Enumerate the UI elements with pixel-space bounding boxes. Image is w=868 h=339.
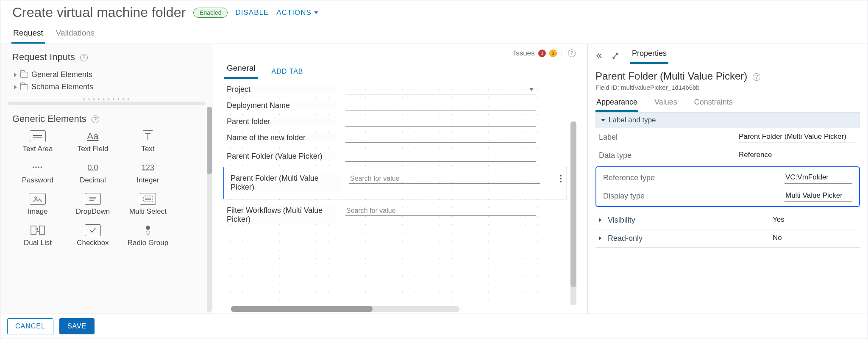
help-icon[interactable]: ? xyxy=(753,73,760,81)
palette-radio-group[interactable]: Radio Group xyxy=(122,224,173,247)
prop-value-input[interactable]: Multi Value Picker xyxy=(785,190,852,202)
integer-icon: 123 xyxy=(140,162,156,174)
help-icon[interactable]: ? xyxy=(80,54,88,61)
tab-properties[interactable]: Properties xyxy=(630,47,668,64)
prop-key: Reference type xyxy=(603,174,655,182)
palette-image[interactable]: Image xyxy=(12,193,63,216)
palette-label: Checkbox xyxy=(77,239,109,247)
tab-validations[interactable]: Validations xyxy=(54,27,97,44)
field-id-label: Field ID: multiValuePicker_1d14b6bb xyxy=(595,84,860,91)
app-root: Create virtual machine folder Enabled DI… xyxy=(0,0,868,339)
tree-label: General Elements xyxy=(31,70,92,79)
palette-dropdown[interactable]: DropDown xyxy=(67,193,118,216)
resize-handle[interactable]: • • • • • • • • • • xyxy=(0,97,213,102)
save-button[interactable]: SAVE xyxy=(59,318,95,334)
help-icon[interactable]: ? xyxy=(568,50,576,57)
text-icon: T xyxy=(142,130,153,142)
highlight-box: Reference type VC:VmFolder Display type … xyxy=(595,166,860,207)
tab-constraints[interactable]: Constraints xyxy=(693,96,734,112)
generic-elements-title: Generic Elements ? xyxy=(12,113,204,124)
palette-text[interactable]: T Text xyxy=(122,130,173,153)
value-picker-input[interactable] xyxy=(345,152,536,162)
palette-decimal[interactable]: 0.0 Decimal xyxy=(67,162,118,185)
accordion-label-and-type[interactable]: Label and type xyxy=(595,112,860,128)
project-select[interactable] xyxy=(345,85,536,94)
request-inputs-title-text: Request Inputs xyxy=(12,52,75,62)
field-label: Parent folder xyxy=(227,117,337,126)
prop-value-input[interactable]: Parent Folder (Multi Value Picker) xyxy=(738,132,857,143)
palette-password[interactable]: •••• Password xyxy=(12,162,63,185)
prop-key: Label xyxy=(599,133,618,142)
scrollbar-vertical[interactable] xyxy=(570,121,576,305)
accordion-title: Read-only xyxy=(608,234,643,243)
chevron-right-icon xyxy=(599,218,604,222)
palette-label: Text Area xyxy=(23,145,53,153)
palette-multi-select[interactable]: Multi Select xyxy=(122,193,173,216)
properties-body: Parent Folder (Multi Value Picker) ? Fie… xyxy=(588,64,868,248)
issues-error-badge[interactable]: 0 xyxy=(538,50,546,57)
form-canvas[interactable]: Project Deployment Name Parent folder Na… xyxy=(223,83,567,305)
filter-workflows-input[interactable] xyxy=(345,206,536,216)
prop-value-input[interactable]: VC:VmFolder xyxy=(785,172,852,184)
parent-folder-input[interactable] xyxy=(345,117,536,127)
prop-label: Label Parent Folder (Multi Value Picker) xyxy=(595,128,860,146)
palette-label: Dual List xyxy=(24,239,52,247)
help-icon[interactable]: ? xyxy=(92,116,99,123)
disable-button[interactable]: DISABLE xyxy=(235,8,269,17)
dropdown-icon xyxy=(85,193,101,205)
form-row-project[interactable]: Project xyxy=(223,83,567,96)
actions-dropdown[interactable]: ACTIONS xyxy=(276,8,318,17)
tab-appearance[interactable]: Appearance xyxy=(595,96,638,112)
scrollbar-horizontal[interactable] xyxy=(231,306,459,312)
canvas-tab-general[interactable]: General xyxy=(224,60,258,79)
scrollbar[interactable] xyxy=(207,107,212,312)
palette-label: Integer xyxy=(137,176,159,185)
tab-values[interactable]: Values xyxy=(654,96,678,112)
field-label: Project xyxy=(227,85,337,94)
accordion-title: Visibility xyxy=(608,216,635,225)
tree-schema-elements[interactable]: Schema Elements xyxy=(12,81,201,93)
prop-reference-type: Reference type VC:VmFolder xyxy=(600,169,856,187)
accordion-readonly[interactable]: Read-only No xyxy=(595,229,860,247)
collapse-icon[interactable] xyxy=(595,51,604,61)
cancel-button[interactable]: CANCEL xyxy=(7,318,53,334)
accordion-visibility[interactable]: Visibility Yes xyxy=(595,211,860,229)
canvas-wrap: Project Deployment Name Parent folder Na… xyxy=(222,79,578,314)
issues-label: Issues xyxy=(514,49,534,58)
svg-rect-7 xyxy=(31,226,36,234)
palette-integer[interactable]: 123 Integer xyxy=(122,162,173,185)
palette-checkbox[interactable]: Checkbox xyxy=(67,224,118,247)
chevron-right-icon xyxy=(14,85,17,89)
deployment-name-input[interactable] xyxy=(345,101,536,110)
field-label: Filter Workflows (Multi Value Picker) xyxy=(227,206,337,224)
form-row-parent-folder[interactable]: Parent folder xyxy=(223,116,567,128)
form-row-new-folder-name[interactable]: Name of the new folder xyxy=(223,132,567,144)
palette-text-area[interactable]: Text Area xyxy=(12,130,63,153)
tree-label: Schema Elements xyxy=(31,83,93,91)
accordion-title: Label and type xyxy=(609,116,656,124)
new-folder-name-input[interactable] xyxy=(345,133,536,143)
tab-request[interactable]: Request xyxy=(11,27,45,44)
palette-text-field[interactable]: Aa Text Field xyxy=(67,130,118,153)
top-tabs: Request Validations xyxy=(0,23,868,44)
text-field-icon: Aa xyxy=(85,130,101,142)
expand-icon[interactable] xyxy=(611,51,620,61)
palette-label: Radio Group xyxy=(128,239,168,247)
request-inputs-title: Request Inputs ? xyxy=(12,52,201,63)
issues-warning-badge[interactable]: 0 xyxy=(549,50,557,57)
form-row-deployment-name[interactable]: Deployment Name xyxy=(223,99,567,112)
form-row-filter-workflows[interactable]: Filter Workflows (Multi Value Picker) xyxy=(223,202,567,225)
form-row-parent-folder-value-picker[interactable]: Parent Folder (Value Picker) xyxy=(223,148,567,163)
prop-value-input[interactable]: Reference xyxy=(738,150,857,161)
kebab-menu-icon[interactable] xyxy=(560,175,562,182)
multiselect-icon xyxy=(140,193,156,205)
svg-rect-8 xyxy=(39,226,45,234)
multi-value-picker-input[interactable] xyxy=(349,174,540,184)
palette-dual-list[interactable]: Dual List xyxy=(12,224,63,247)
status-badge: Enabled xyxy=(193,8,228,18)
palette-label: Decimal xyxy=(80,176,106,185)
add-tab-button[interactable]: ADD TAB xyxy=(271,64,304,79)
tree-general-elements[interactable]: General Elements xyxy=(12,69,201,81)
scroll-track[interactable] xyxy=(8,102,205,105)
form-row-multi-value-picker-selected[interactable]: Parent Folder (Multi Value Picker) xyxy=(223,167,567,199)
